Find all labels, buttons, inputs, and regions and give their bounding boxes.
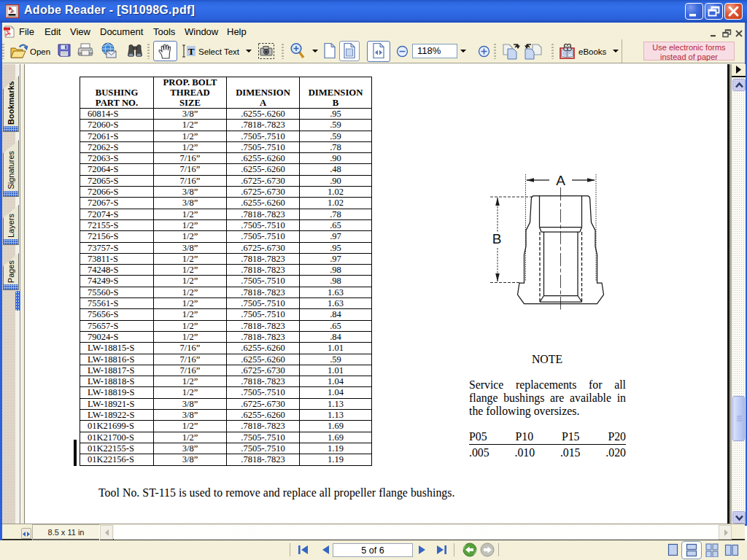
svg-text:T: T <box>188 46 195 57</box>
svg-text:B: B <box>492 231 502 246</box>
svg-text:A: A <box>556 173 565 188</box>
